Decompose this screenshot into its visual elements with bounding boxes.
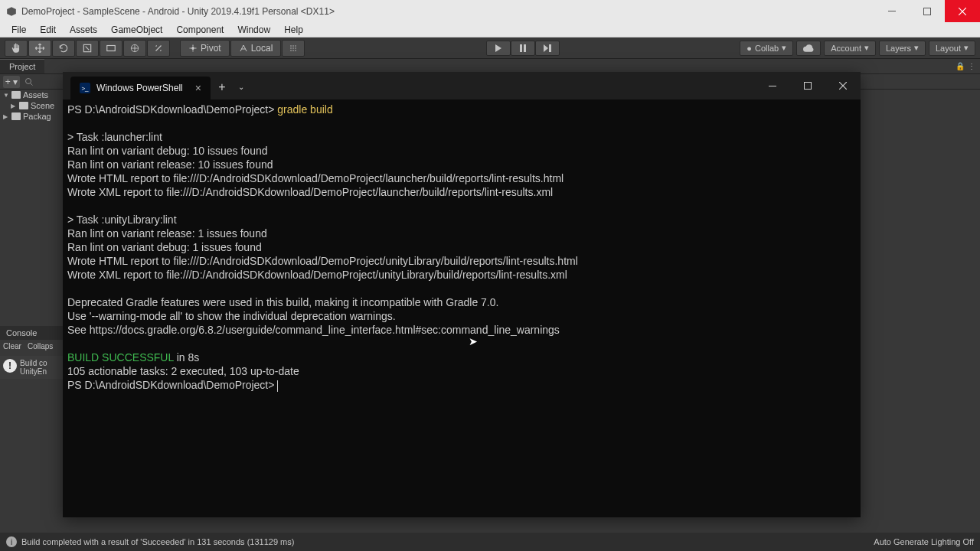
unity-logo-icon — [6, 6, 17, 17]
terminal-tab[interactable]: >_ Windows PowerShell × — [70, 77, 211, 99]
output-line: Wrote HTML report to file:///D:/AndroidS… — [67, 172, 564, 184]
folder-icon — [11, 112, 21, 120]
svg-point-9 — [291, 45, 292, 47]
unity-title-bar: DemoProject - SampleScene - Android - Un… — [0, 0, 980, 22]
info-icon: ! — [3, 359, 17, 373]
powershell-icon: >_ — [80, 83, 90, 93]
status-bar: i Build completed with a result of 'Succ… — [0, 533, 980, 551]
output-line: Wrote XML report to file:///D:/AndroidSD… — [67, 269, 567, 281]
account-dropdown[interactable]: Account ▾ — [824, 41, 876, 56]
svg-point-8 — [192, 47, 194, 49]
output-line: > Task :launcher:lint — [67, 131, 162, 143]
output-line: Ran lint on variant release: 1 issues fo… — [67, 227, 267, 240]
console-clear[interactable]: Clear — [0, 341, 24, 355]
build-success: BUILD SUCCESSFUL — [67, 351, 174, 364]
rotate-tool[interactable] — [52, 40, 75, 57]
custom-tool[interactable] — [147, 40, 170, 57]
svg-point-23 — [26, 78, 31, 83]
transform-tool[interactable] — [123, 40, 146, 57]
build-time: in 8s — [174, 351, 199, 364]
menu-edit[interactable]: Edit — [33, 23, 63, 37]
tasks-summary: 105 actionable tasks: 2 executed, 103 up… — [67, 365, 299, 377]
terminal-minimize[interactable] — [755, 72, 790, 99]
menu-file[interactable]: File — [5, 23, 33, 37]
scale-tool[interactable] — [76, 40, 99, 57]
step-button[interactable] — [535, 41, 560, 56]
svg-point-10 — [293, 45, 295, 47]
layers-dropdown[interactable]: Layers ▾ — [879, 41, 926, 56]
tree-item-scenes[interactable]: ▶Scene — [0, 100, 63, 111]
close-button[interactable] — [945, 0, 980, 22]
output-line: Wrote HTML report to file:///D:/AndroidS… — [67, 255, 578, 267]
terminal-cursor — [277, 380, 278, 392]
panel-menu-icon[interactable]: ⋮ — [968, 62, 975, 70]
pivot-toggle[interactable]: Pivot — [180, 40, 230, 57]
terminal-maximize[interactable] — [790, 72, 825, 99]
svg-rect-6 — [107, 45, 116, 51]
menu-assets[interactable]: Assets — [63, 23, 104, 37]
move-tool[interactable] — [28, 40, 51, 57]
console-message[interactable]: ! Build coUnityEn — [0, 356, 63, 379]
svg-marker-21 — [544, 44, 548, 52]
output-line: > Task :unityLibrary:lint — [67, 214, 177, 226]
output-line: See https://docs.gradle.org/6.8.2/usergu… — [67, 324, 560, 336]
svg-rect-25 — [769, 86, 776, 86]
svg-point-16 — [293, 50, 295, 51]
command-text: gradle build — [277, 103, 332, 116]
tree-packages[interactable]: ▶Packag — [0, 111, 63, 122]
output-line: Ran lint on variant debug: 10 issues fou… — [67, 145, 268, 157]
prompt: PS D:\AndroidSDKdownload\DemoProject> — [67, 103, 277, 116]
maximize-button[interactable] — [910, 0, 945, 22]
lighting-status: Auto Generate Lighting Off — [874, 537, 974, 546]
menu-help[interactable]: Help — [277, 23, 310, 37]
svg-rect-22 — [549, 44, 551, 52]
collab-dropdown[interactable]: ● Collab ▾ — [740, 41, 793, 56]
play-button[interactable] — [486, 41, 511, 56]
output-line: Use '--warning-mode all' to show the ind… — [67, 310, 396, 322]
console-tab[interactable]: Console — [0, 326, 63, 340]
layout-dropdown[interactable]: Layout ▾ — [929, 41, 975, 56]
svg-marker-0 — [7, 7, 16, 16]
menu-gameobject[interactable]: GameObject — [104, 23, 169, 37]
svg-rect-1 — [888, 11, 896, 11]
rect-tool[interactable] — [100, 40, 122, 57]
svg-rect-26 — [805, 83, 812, 90]
minimize-button[interactable] — [874, 0, 910, 22]
project-tab[interactable]: Project — [0, 59, 44, 73]
local-toggle[interactable]: Local — [230, 40, 282, 57]
tree-assets[interactable]: ▼Assets — [0, 90, 63, 100]
search-icon[interactable] — [24, 77, 35, 87]
output-line: Ran lint on variant debug: 1 issues foun… — [67, 241, 262, 253]
unity-toolbar: Pivot Local ● Collab ▾ Account ▾ Layers … — [0, 37, 980, 59]
new-tab-button[interactable]: + — [211, 76, 234, 99]
menu-window[interactable]: Window — [230, 23, 277, 37]
folder-icon — [19, 102, 28, 109]
terminal-tab-title: Windows PowerShell — [96, 83, 183, 93]
hand-tool[interactable] — [5, 40, 28, 57]
svg-point-17 — [296, 50, 297, 51]
terminal-titlebar[interactable]: >_ Windows PowerShell × + ⌄ — [63, 72, 861, 99]
create-button[interactable]: + ▾ — [3, 76, 20, 88]
svg-rect-2 — [924, 8, 931, 15]
pause-button[interactable] — [511, 41, 535, 56]
snap-toggle[interactable] — [282, 40, 305, 57]
cloud-button[interactable] — [796, 41, 821, 56]
info-icon: i — [6, 536, 17, 547]
terminal-window: >_ Windows PowerShell × + ⌄ PS D:\Androi… — [63, 72, 861, 517]
terminal-close[interactable] — [825, 72, 861, 99]
console-collapse[interactable]: Collaps — [24, 341, 56, 355]
menu-component[interactable]: Component — [169, 23, 230, 37]
tab-close-icon[interactable]: × — [195, 82, 201, 94]
svg-rect-19 — [520, 44, 522, 52]
console-tab-row: Console — [0, 326, 63, 341]
tab-dropdown-icon[interactable]: ⌄ — [234, 76, 249, 99]
svg-line-24 — [31, 83, 33, 85]
output-line: Deprecated Gradle features were used in … — [67, 296, 498, 308]
terminal-body[interactable]: PS D:\AndroidSDKdownload\DemoProject> gr… — [63, 99, 861, 517]
output-line: Ran lint on variant release: 10 issues f… — [67, 158, 273, 171]
lock-icon[interactable]: 🔒 — [956, 62, 965, 70]
svg-point-13 — [293, 47, 295, 49]
menu-bar: File Edit Assets GameObject Component Wi… — [0, 22, 980, 37]
prompt: PS D:\AndroidSDKdownload\DemoProject> — [67, 379, 277, 391]
window-title: DemoProject - SampleScene - Android - Un… — [21, 6, 335, 17]
